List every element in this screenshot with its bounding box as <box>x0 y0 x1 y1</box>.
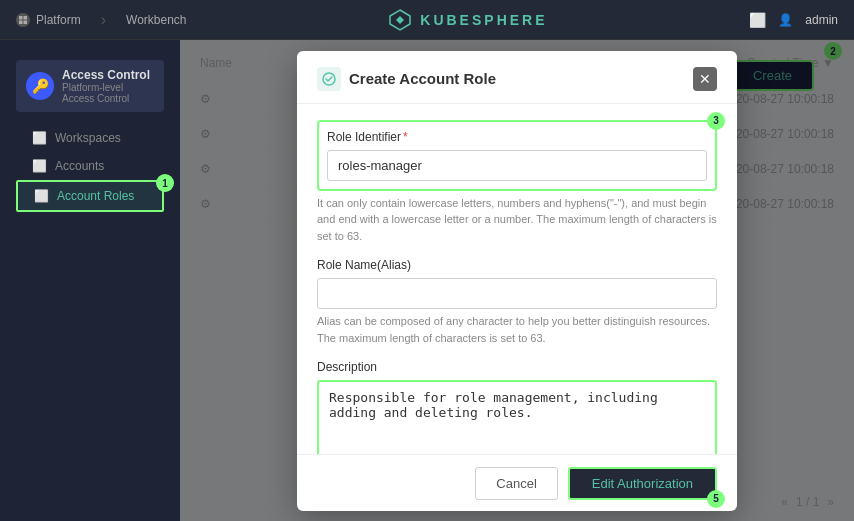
edit-authorization-button[interactable]: Edit Authorization <box>568 467 717 500</box>
svg-rect-0 <box>19 16 23 20</box>
badge-5: 5 <box>707 490 725 508</box>
nav-right: ⬜ 👤 admin <box>749 12 838 28</box>
content-area: Name Created Time ▼ ⚙ Platform. 2020-08-… <box>180 40 854 521</box>
access-control-section: 🔑 Access Control Platform-level Access C… <box>0 52 180 220</box>
role-name-group: Role Name(Alias) Alias can be composed o… <box>317 258 717 346</box>
sidebar-item-accounts[interactable]: ⬜ Accounts <box>16 152 164 180</box>
svg-rect-1 <box>24 16 28 20</box>
modal-icon <box>317 67 341 91</box>
modal-dialog: Create Account Role ✕ Role Identifier* 3 <box>297 51 737 511</box>
ks-logo-icon <box>388 8 412 32</box>
role-name-hint: Alias can be composed of any character t… <box>317 313 717 346</box>
workspaces-icon: ⬜ <box>32 131 47 145</box>
description-label: Description <box>317 360 717 374</box>
modal-header: Create Account Role ✕ <box>297 51 737 104</box>
role-name-input[interactable] <box>317 278 717 309</box>
user-icon: 👤 <box>778 13 793 27</box>
logo-text: KUBESPHERE <box>420 12 547 28</box>
admin-label: admin <box>805 13 838 27</box>
role-id-label: Role Identifier* <box>327 130 707 144</box>
account-roles-icon: ⬜ <box>34 189 49 203</box>
svg-rect-3 <box>24 20 28 24</box>
account-roles-label: Account Roles <box>57 189 134 203</box>
description-textarea[interactable]: Responsible for role management, includi… <box>317 380 717 454</box>
notification-icon[interactable]: ⬜ <box>749 12 766 28</box>
sidebar-item-workspaces[interactable]: ⬜ Workspaces <box>16 124 164 152</box>
modal-title: Create Account Role <box>349 70 496 87</box>
badge-3: 3 <box>707 112 725 130</box>
access-control-title: Access Control <box>62 68 150 82</box>
access-icon: 🔑 <box>26 72 54 100</box>
workbench-nav[interactable]: Workbench <box>126 13 186 27</box>
modal-body: Role Identifier* 3 It can only contain l… <box>297 104 737 454</box>
accounts-label: Accounts <box>55 159 104 173</box>
modal-footer: Cancel Edit Authorization 5 <box>297 454 737 512</box>
workspaces-label: Workspaces <box>55 131 121 145</box>
sidebar: 🔑 Access Control Platform-level Access C… <box>0 40 180 521</box>
platform-label: Platform <box>36 13 81 27</box>
description-group: Description Responsible for role managem… <box>317 360 717 454</box>
badge-1: 1 <box>156 174 174 192</box>
role-id-hint: It can only contain lowercase letters, n… <box>317 195 717 245</box>
modal-title-area: Create Account Role <box>317 67 496 91</box>
main-layout: 🔑 Access Control Platform-level Access C… <box>0 40 854 521</box>
workbench-label: Workbench <box>126 13 186 27</box>
role-id-input[interactable] <box>327 150 707 181</box>
svg-rect-2 <box>19 20 23 24</box>
logo-area: KUBESPHERE <box>388 8 547 32</box>
sidebar-item-account-roles[interactable]: ⬜ Account Roles 1 <box>16 180 164 212</box>
access-control-sub1: Platform-level <box>62 82 150 93</box>
top-navigation: Platform › Workbench KUBESPHERE ⬜ 👤 admi… <box>0 0 854 40</box>
role-id-group: Role Identifier* 3 It can only contain l… <box>317 120 717 245</box>
nav-left: Platform › Workbench <box>16 11 187 29</box>
access-control-sub2: Access Control <box>62 93 150 104</box>
role-name-label: Role Name(Alias) <box>317 258 717 272</box>
modal-overlay: Create Account Role ✕ Role Identifier* 3 <box>180 40 854 521</box>
edit-auth-wrapper: Edit Authorization 5 <box>568 467 717 500</box>
platform-icon <box>16 13 30 27</box>
modal-close-button[interactable]: ✕ <box>693 67 717 91</box>
access-control-header: 🔑 Access Control Platform-level Access C… <box>16 60 164 112</box>
cancel-button[interactable]: Cancel <box>475 467 557 500</box>
platform-nav[interactable]: Platform <box>16 13 81 27</box>
access-control-text: Access Control Platform-level Access Con… <box>62 68 150 104</box>
accounts-icon: ⬜ <box>32 159 47 173</box>
